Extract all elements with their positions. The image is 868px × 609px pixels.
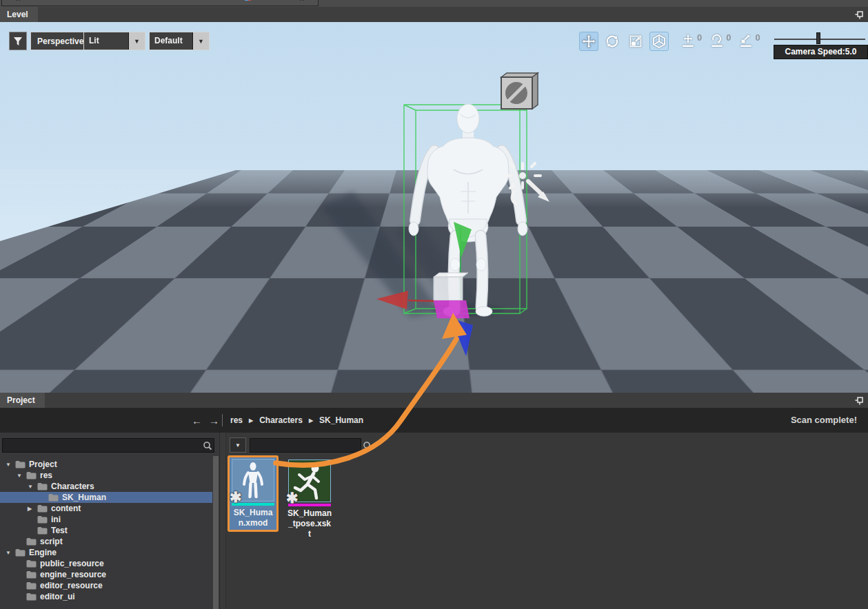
move-snap-control[interactable]: 0 bbox=[681, 34, 702, 49]
folder-tree: ▼Project▼res▼CharactersSK_Human▶contenti… bbox=[0, 459, 212, 602]
tree-item-label: script bbox=[39, 537, 63, 546]
search-icon bbox=[201, 441, 214, 451]
crumb-res[interactable]: res bbox=[230, 415, 243, 425]
tree-item-content[interactable]: ▶content bbox=[0, 503, 212, 514]
tree-item-label: SK_Human bbox=[61, 493, 106, 502]
asset-label: SK_Human.xmod bbox=[231, 508, 275, 528]
forward-button[interactable]: → bbox=[209, 415, 219, 426]
tree-item-Project[interactable]: ▼Project bbox=[0, 459, 212, 470]
folder-icon bbox=[26, 537, 39, 546]
camera-speed-slider-handle[interactable] bbox=[816, 32, 820, 44]
rotate-snap-control[interactable]: 0 bbox=[710, 34, 731, 49]
crumb-separator-icon: ▶ bbox=[249, 417, 253, 424]
tree-item-editor_resource[interactable]: editor_resource bbox=[0, 580, 212, 591]
crumb-Characters[interactable]: Characters bbox=[259, 415, 303, 425]
rotate-snap-value: 0 bbox=[726, 32, 731, 43]
folder-icon bbox=[15, 548, 28, 557]
caret-down-icon[interactable]: ▼ bbox=[6, 462, 15, 468]
crumb-separator-icon: ▶ bbox=[309, 417, 313, 424]
tree-item-res[interactable]: ▼res bbox=[0, 470, 212, 481]
chevron-down-icon[interactable]: ▼ bbox=[128, 32, 145, 50]
asset-search-input[interactable] bbox=[250, 441, 363, 451]
caret-down-icon[interactable]: ▼ bbox=[28, 484, 37, 490]
toolbar-grip-icon[interactable] bbox=[16, 0, 20, 1]
tree-item-label: editor_resource bbox=[39, 581, 103, 590]
tree-item-label: Test bbox=[50, 526, 68, 535]
asset-browser-panel: ▼ ✱SK_Human.xmod✱SK_Human_tpose.xskt bbox=[226, 433, 868, 609]
coordinate-space-button[interactable] bbox=[649, 32, 669, 51]
world-axis-icon bbox=[652, 34, 667, 49]
folder-icon bbox=[37, 482, 50, 491]
move-icon bbox=[581, 34, 596, 49]
divider bbox=[222, 414, 223, 426]
tree-item-label: engine_resource bbox=[39, 570, 106, 579]
tree-item-Test[interactable]: Test bbox=[0, 525, 212, 536]
rotate-icon bbox=[605, 34, 620, 49]
tree-item-label: public_resource bbox=[39, 559, 104, 568]
tree-item-label: editor_ui bbox=[39, 592, 75, 601]
scale-snap-value: 0 bbox=[755, 32, 760, 43]
main-toolbar-edge bbox=[0, 0, 868, 7]
asset-thumbnail[interactable]: ✱ bbox=[232, 459, 274, 502]
tree-item-public_resource[interactable]: public_resource bbox=[0, 558, 212, 569]
tree-item-label: Characters bbox=[50, 482, 94, 491]
tree-scrollbar[interactable] bbox=[213, 456, 219, 609]
move-snap-value: 0 bbox=[697, 32, 702, 43]
folder-icon bbox=[15, 460, 28, 468]
move-snap-icon bbox=[681, 34, 695, 49]
caret-down-icon[interactable]: ▼ bbox=[6, 550, 15, 556]
tree-item-engine_resource[interactable]: engine_resource bbox=[0, 569, 212, 580]
tree-item-script[interactable]: script bbox=[0, 536, 212, 547]
crumb-SK_Human[interactable]: SK_Human bbox=[319, 415, 363, 425]
asset-thumbnail[interactable]: ✱ bbox=[288, 460, 331, 502]
project-panel: Project ← → res▶Characters▶SK_Human Scan… bbox=[0, 393, 868, 609]
asset-tile-SK_Human.xmod[interactable]: ✱SK_Human.xmod bbox=[228, 455, 279, 532]
asset-label: SK_Human_tpose.xskt bbox=[287, 508, 332, 539]
scale-snap-control[interactable]: 0 bbox=[739, 34, 760, 49]
scene-layer bbox=[0, 22, 868, 393]
rotate-snap-icon bbox=[710, 34, 724, 49]
tree-item-SK_Human[interactable]: SK_Human bbox=[0, 492, 212, 503]
asterisk-dirty-icon: ✱ bbox=[286, 490, 299, 506]
camera-speed-tooltip: Camera Speed:5.0 bbox=[774, 45, 868, 59]
scale-tool-button[interactable] bbox=[626, 32, 645, 51]
caret-down-icon[interactable]: ▼ bbox=[17, 473, 26, 479]
dock-pin-icon[interactable] bbox=[854, 395, 865, 406]
shading-mode-dropdown[interactable]: Lit ▼ bbox=[83, 32, 145, 50]
asset-filter-dropdown[interactable]: ▼ bbox=[230, 437, 246, 453]
character-model[interactable] bbox=[409, 104, 527, 316]
tree-item-label: content bbox=[50, 504, 81, 513]
caret-right-icon[interactable]: ▶ bbox=[28, 506, 37, 512]
scrollbar-thumb[interactable] bbox=[213, 456, 219, 609]
asset-tile-SK_Human_tpose.xskt[interactable]: ✱SK_Human_tpose.xskt bbox=[285, 460, 334, 539]
view-filter-button[interactable] bbox=[9, 32, 27, 50]
view-profile-dropdown[interactable]: Default ▼ bbox=[149, 32, 210, 50]
folder-icon bbox=[26, 581, 39, 590]
chevron-down-icon[interactable]: ▼ bbox=[192, 32, 209, 50]
tree-item-Characters[interactable]: ▼Characters bbox=[0, 481, 212, 492]
panel-splitter[interactable] bbox=[219, 433, 226, 609]
toolbar-mini-icon[interactable] bbox=[245, 0, 251, 1]
level-tab-bar: Level bbox=[0, 7, 868, 22]
tree-item-Engine[interactable]: ▼Engine bbox=[0, 547, 212, 558]
tree-item-editor_ui[interactable]: editor_ui bbox=[0, 591, 212, 602]
viewport-3d[interactable]: Perspective Lit ▼ Default ▼ bbox=[0, 22, 868, 393]
toolbar-grip-icon[interactable] bbox=[300, 0, 304, 1]
move-tool-button[interactable] bbox=[579, 32, 598, 51]
gizmo-z-arrow bbox=[456, 320, 473, 356]
rotate-tool-button[interactable] bbox=[603, 32, 622, 51]
scan-status: Scan complete! bbox=[791, 408, 857, 433]
tree-item-ini[interactable]: ini bbox=[0, 514, 212, 525]
asset-search-box bbox=[250, 438, 361, 453]
back-button[interactable]: ← bbox=[192, 415, 202, 426]
dock-pin-icon[interactable] bbox=[854, 9, 865, 20]
toolbar-fragment bbox=[1, 0, 319, 6]
tree-search-input[interactable] bbox=[3, 441, 201, 451]
breadcrumb-bar: ← → res▶Characters▶SK_Human Scan complet… bbox=[0, 408, 868, 433]
folder-icon bbox=[26, 570, 39, 579]
tab-project[interactable]: Project bbox=[0, 393, 45, 408]
perspective-button[interactable]: Perspective bbox=[30, 32, 90, 50]
tab-level[interactable]: Level bbox=[0, 7, 38, 22]
skylight-billboard-icon[interactable] bbox=[501, 73, 538, 109]
breadcrumb: res▶Characters▶SK_Human bbox=[230, 408, 370, 433]
